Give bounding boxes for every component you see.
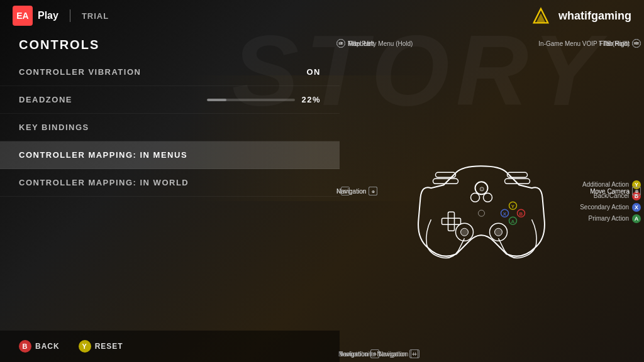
label-filter-right: RT Filter Right: [599, 39, 641, 48]
ea-play-badge: EA Play TRIAL: [13, 6, 109, 26]
menu-list: CONTROLLER VIBRATION ON DEADZONE 22% KEY…: [0, 58, 340, 197]
svg-text:B: B: [519, 211, 523, 217]
dpad-accept-prefix: Accept Invite: [338, 351, 374, 358]
menu-item-keybindings[interactable]: KEY BINDINGS: [0, 114, 340, 141]
right-stick-icon-3: ⊙: [632, 187, 641, 195]
svg-text:A: A: [511, 219, 515, 224]
controller-svg: Y B A X: [409, 150, 554, 270]
deadzone-control: 22%: [207, 95, 321, 104]
left-stick-icon-2: ⊕: [369, 187, 377, 195]
menu-item-vibration-value: ON: [307, 67, 321, 77]
back-hint[interactable]: B BACK: [19, 340, 60, 353]
secondary-action-text: Secondary Action: [580, 204, 629, 211]
play-label: Play: [38, 10, 58, 21]
right-stick-dash: ⊙ -: [628, 187, 641, 195]
label-map: ⊕ Map Party Menu (Hold): [336, 39, 413, 48]
page-title: CONTROLS: [0, 31, 340, 58]
a-btn-indicator: A: [632, 214, 641, 223]
header-divider: [70, 9, 70, 22]
dpad-nav-4-text: Navigation: [377, 351, 406, 358]
menu-item-mapping-menus-label: CONTROLLER MAPPING: IN MENUS: [19, 150, 187, 160]
svg-point-21: [495, 228, 502, 236]
back-label: BACK: [35, 342, 60, 351]
deadzone-value: 22%: [301, 95, 321, 104]
left-stick-dash-text: -: [336, 188, 338, 195]
whatif-icon: [528, 6, 553, 25]
bottom-bar: B BACK Y RESET: [0, 331, 340, 362]
menu-item-deadzone[interactable]: DEADZONE 22%: [0, 86, 340, 114]
deadzone-bar: [207, 99, 295, 101]
map-icon: ⊕: [336, 39, 345, 48]
label-primary-action: Primary Action A: [580, 214, 641, 223]
left-panel: CONTROLS CONTROLLER VIBRATION ON DEADZON…: [0, 31, 340, 362]
primary-action-text: Primary Action: [589, 215, 629, 222]
deadzone-fill: [207, 99, 226, 101]
ea-logo: EA: [13, 6, 33, 26]
svg-text:X: X: [503, 211, 507, 217]
dpad-icon-4: +: [409, 349, 418, 358]
svg-point-23: [484, 193, 492, 202]
rt-icon: RT: [632, 39, 641, 48]
header: EA Play TRIAL whatifgaming: [0, 0, 644, 31]
brand-logo-area: whatifgaming: [528, 6, 631, 25]
right-stick-cam-2-text: Move Camera: [590, 188, 630, 195]
svg-rect-9: [442, 218, 461, 224]
controller-diagram: Y B A X: [333, 31, 644, 362]
menu-item-vibration-label: CONTROLLER VIBRATION: [19, 67, 141, 77]
svg-point-19: [461, 228, 469, 236]
svg-rect-8: [448, 212, 455, 231]
menu-item-deadzone-label: DEADZONE: [19, 95, 72, 104]
menu-item-mapping-menus[interactable]: CONTROLLER MAPPING: IN MENUS: [0, 141, 340, 169]
x-btn-indicator: X: [632, 203, 641, 212]
menu-item-vibration[interactable]: CONTROLLER VIBRATION ON: [0, 58, 340, 86]
filter-right-text: Filter Right: [599, 40, 630, 47]
left-stick-icon-3: ⊙: [341, 187, 350, 195]
svg-point-26: [479, 210, 485, 216]
left-stick-dash: - ⊙: [336, 187, 350, 195]
right-stick-dash-text: -: [628, 188, 630, 195]
menu-item-mapping-world[interactable]: CONTROLLER MAPPING: IN WORLD: [0, 169, 340, 197]
controller-image-area: Y B A X: [409, 150, 554, 272]
map-text: Map Party Menu (Hold): [348, 40, 413, 47]
svg-text:Y: Y: [511, 204, 515, 209]
menu-item-mapping-world-label: CONTROLLER MAPPING: IN WORLD: [19, 178, 189, 187]
dpad-accept: Accept Invite Navigation +: [338, 349, 418, 358]
reset-hint[interactable]: Y RESET: [79, 340, 123, 353]
svg-point-22: [471, 193, 480, 202]
menu-item-keybindings-label: KEY BINDINGS: [19, 123, 89, 132]
y-button-icon: Y: [79, 340, 91, 353]
trial-label: TRIAL: [82, 11, 109, 21]
label-secondary-action: Secondary Action X: [580, 203, 641, 212]
brand-name: whatifgaming: [558, 9, 631, 23]
b-button-icon: B: [19, 340, 31, 353]
controller-wrapper: Y B A X: [333, 31, 644, 362]
reset-label: RESET: [95, 342, 123, 351]
svg-text:⊙: ⊙: [479, 185, 484, 192]
